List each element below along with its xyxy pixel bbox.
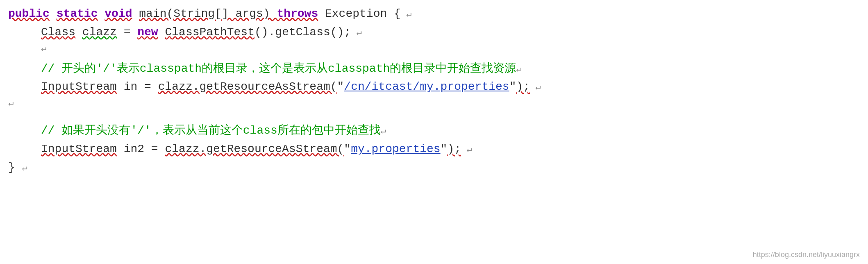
return-arrow-4: ↵: [516, 62, 521, 77]
getresource-1: .getResourceAsStream(: [193, 78, 337, 96]
in2-var: in2 =: [117, 140, 165, 159]
space: [158, 23, 165, 42]
blank-line-1: ↵: [8, 42, 860, 60]
class-clazz: Class: [41, 23, 75, 42]
return-arrow-3: ↵: [41, 42, 46, 56]
code-line-7: InputStream in2 = clazz .getResourceAsSt…: [8, 140, 860, 159]
blank-line-2: ↵: [8, 96, 860, 114]
return-arrow-5: ↵: [530, 80, 541, 95]
space: [50, 5, 57, 23]
keyword-void: void: [105, 5, 132, 23]
comment-text-1: // 开头的'/'表示classpath的根目录，这个是表示从classpath…: [41, 60, 516, 78]
keyword-throws: throws: [277, 5, 318, 23]
keyword-new: new: [137, 23, 158, 42]
string-path-1: /cn/itcast/my.properties: [344, 78, 509, 96]
space: [98, 5, 105, 23]
space: [132, 5, 139, 23]
equals: =: [117, 23, 137, 42]
code-line-4: InputStream in = clazz .getResourceAsStr…: [8, 78, 860, 96]
code-line-1: public static void main(String[] args) t…: [8, 5, 860, 23]
closing-brace: }: [8, 159, 22, 177]
getresource-2: .getResourceAsStream(: [199, 140, 344, 159]
code-line-2: Class clazz = new ClassPathTest ().getCl…: [8, 23, 860, 42]
keyword-static: static: [57, 5, 98, 23]
clazz-var: clazz: [82, 23, 117, 42]
return-arrow-2: ↵: [351, 26, 361, 40]
return-arrow-1: ↵: [401, 7, 411, 22]
comment-line-2: // 如果开头没有'/'，表示从当前这个class所在的包中开始查找 ↵: [8, 122, 860, 140]
clazz-ref-2: clazz: [165, 140, 199, 159]
watermark: https://blog.csdn.net/liyuuxiangrx: [753, 249, 860, 261]
in-var: in =: [117, 78, 158, 96]
classpathtest: ClassPathTest: [165, 23, 254, 42]
quote-close-2: ": [441, 140, 448, 159]
string-path-2: my.properties: [351, 140, 440, 159]
inputstream-type-2: InputStream: [41, 140, 117, 159]
paren-semi-2: );: [447, 140, 461, 159]
comment-text-2: // 如果开头没有'/'，表示从当前这个class所在的包中开始查找: [41, 122, 381, 140]
quote-open-1: ": [337, 78, 344, 96]
return-arrow-8: ↵: [461, 143, 472, 157]
closing-brace-line: } ↵: [8, 159, 860, 177]
space: [75, 23, 82, 42]
exception-text: Exception {: [318, 5, 401, 23]
clazz-ref-1: clazz: [158, 78, 193, 96]
method-main: main(String[] args): [139, 5, 277, 23]
spacer: [8, 114, 860, 122]
return-arrow-6: ↵: [8, 96, 14, 111]
code-container: public static void main(String[] args) t…: [0, 0, 868, 264]
quote-close-1: ": [509, 78, 516, 96]
comment-line-1: // 开头的'/'表示classpath的根目录，这个是表示从classpath…: [8, 60, 860, 78]
quote-open-2: ": [344, 140, 351, 159]
paren-getclass: ().getClass();: [254, 23, 351, 42]
keyword-public: public: [8, 5, 50, 23]
paren-semi-1: );: [516, 78, 530, 96]
return-arrow-7: ↵: [381, 124, 386, 139]
inputstream-type: InputStream: [41, 78, 117, 96]
return-arrow-9: ↵: [22, 161, 27, 175]
